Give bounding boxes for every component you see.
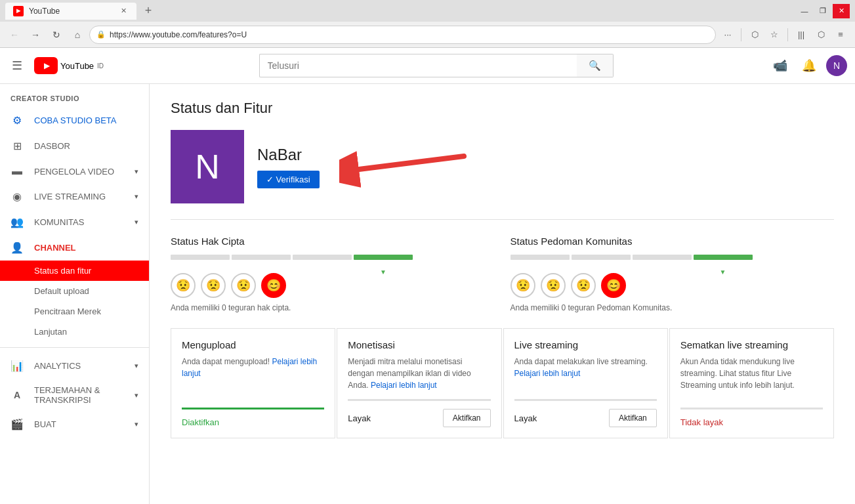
live-streaming-activate-button[interactable]: Aktifkan — [609, 409, 657, 427]
monetisasi-status: Layak — [348, 413, 371, 423]
browser-window: ▶ YouTube ✕ + — ❐ ✕ ← → ↻ ⌂ 🔒 https://ww… — [0, 0, 855, 504]
sidebar-item-label: BUAT — [34, 419, 124, 429]
sidebar-sub-pencitraan-merek[interactable]: Pencitraan Merek — [0, 301, 149, 322]
track-seg-3 — [293, 255, 352, 260]
status-hak-cipta: Status Hak Cipta ▼ — [171, 236, 495, 312]
sidebar-section-creator-studio: CREATOR STUDIO — [0, 84, 149, 108]
buat-arrow-icon: ▾ — [135, 420, 138, 429]
refresh-button[interactable]: ↻ — [47, 26, 66, 44]
sidebar-item-label: ANALYTICS — [34, 361, 124, 371]
tab-close-button[interactable]: ✕ — [118, 6, 129, 16]
face-sad-3: 😟 — [231, 273, 256, 298]
main-content: Status dan Fitur N NaBar ✓ Verifikasi — [150, 84, 855, 504]
sematkan-footer: Tidak layak — [680, 417, 823, 427]
pedoman-desc: Anda memiliki 0 teguran Pedoman Komunita… — [511, 303, 835, 312]
hak-cipta-title: Status Hak Cipta — [171, 236, 495, 247]
sidebar-item-coba-studio-beta[interactable]: ⚙ COBA STUDIO BETA — [0, 108, 149, 133]
hak-cipta-faces: 😟 😟 😟 😊 Anda memiliki 0 teguran hak cipt… — [171, 273, 495, 312]
yt-logo-country: ID — [97, 62, 104, 70]
terjemahan-arrow-icon: ▾ — [135, 391, 138, 400]
pedoman-face-happy: 😊 — [601, 273, 626, 298]
yt-logo-icon — [34, 57, 58, 74]
pedoman-faces: 😟 😟 😟 😊 Anda memiliki 0 teguran Pedoman … — [511, 273, 835, 312]
pengelola-arrow-icon: ▾ — [135, 167, 138, 176]
yt-logo[interactable]: YouTubeID — [34, 57, 104, 74]
track-seg-2 — [232, 255, 291, 260]
menu-button[interactable]: ≡ — [831, 26, 850, 44]
search-button[interactable]: 🔍 — [577, 54, 614, 77]
pedoman-face-1: 😟 — [511, 273, 535, 298]
monetisasi-footer: Layak Aktifkan — [348, 409, 490, 427]
bookmark-button[interactable]: ☆ — [765, 26, 783, 44]
hamburger-menu[interactable]: ☰ — [8, 54, 26, 77]
analytics-icon: 📊 — [10, 360, 24, 372]
sidebar-item-buat[interactable]: 🎬 BUAT ▾ — [0, 411, 149, 437]
monetisasi-activate-button[interactable]: Aktifkan — [443, 409, 491, 427]
home-button[interactable]: ⌂ — [68, 26, 87, 44]
pedoman-seg-2 — [572, 255, 631, 260]
tab-favicon-icon: ▶ — [13, 6, 24, 16]
pedoman-title: Status Pedoman Komunitas — [511, 236, 835, 247]
live-streaming-icon: ◉ — [10, 190, 24, 203]
lock-icon: 🔒 — [96, 30, 106, 39]
back-button[interactable]: ← — [5, 26, 24, 44]
sidebar-sub-lanjutan[interactable]: Lanjutan — [0, 322, 149, 342]
pedoman-seg-3 — [633, 255, 692, 260]
pocket-button[interactable]: ⬡ — [745, 26, 764, 44]
hak-cipta-bar: ▼ — [171, 255, 495, 260]
sidebar: CREATOR STUDIO ⚙ COBA STUDIO BETA ⊞ DASB… — [0, 84, 150, 504]
sidebar-item-label: PENGELOLA VIDEO — [34, 167, 124, 177]
live-streaming-status: Layak — [514, 413, 537, 423]
notifications-button[interactable]: 🔔 — [797, 54, 821, 77]
sidebar-item-terjemahan[interactable]: A TERJEMAHAN & TRANSKRIPSI ▾ — [0, 379, 149, 411]
sidebar-library-button[interactable]: ||| — [792, 26, 810, 44]
channel-info: NaBar ✓ Verifikasi — [257, 146, 320, 188]
sidebar-sub-default-upload[interactable]: Default upload — [0, 281, 149, 301]
sidebar-item-channel[interactable]: 👤 CHANNEL — [0, 235, 149, 261]
live-arrow-icon: ▾ — [135, 192, 138, 201]
sidebar-item-label: COBA STUDIO BETA — [34, 116, 138, 125]
search-area: 🔍 — [112, 54, 761, 77]
sidebar-item-pengelola-video[interactable]: ▬ PENGELOLA VIDEO ▾ — [0, 159, 149, 184]
yt-header: ☰ YouTubeID 🔍 📹 🔔 N — [0, 48, 855, 84]
synced-tabs-button[interactable]: ⬡ — [812, 26, 830, 44]
sidebar-item-live-streaming[interactable]: ◉ LIVE STREAMING ▾ — [0, 184, 149, 209]
url-text: https://www.youtube.com/features?o=U — [110, 30, 709, 39]
terjemahan-icon: A — [10, 390, 24, 400]
yt-logo-text: YouTube — [60, 61, 94, 71]
mengupload-footer: Diaktifkan — [182, 417, 324, 427]
sidebar-item-komunitas[interactable]: 👥 KOMUNITAS ▾ — [0, 209, 149, 235]
avatar[interactable]: N — [826, 55, 847, 76]
feature-title-monetisasi: Monetisasi — [348, 339, 490, 350]
restore-button[interactable]: ❐ — [814, 4, 831, 18]
face-sad-2: 😟 — [201, 273, 226, 298]
new-tab-button[interactable]: + — [139, 3, 157, 20]
track-seg-1 — [171, 255, 230, 260]
monetisasi-link[interactable]: Pelajari lebih lanjut — [371, 381, 437, 390]
sidebar-item-analytics[interactable]: 📊 ANALYTICS ▾ — [0, 353, 149, 379]
minimize-button[interactable]: — — [796, 4, 813, 18]
verify-button[interactable]: ✓ Verifikasi — [257, 171, 320, 188]
status-pedoman: Status Pedoman Komunitas ▼ — [511, 236, 835, 312]
search-input[interactable] — [259, 54, 577, 77]
sidebar-item-label: CHANNEL — [34, 243, 138, 253]
hak-cipta-desc: Anda memiliki 0 teguran hak cipta. — [171, 303, 495, 312]
main-layout: CREATOR STUDIO ⚙ COBA STUDIO BETA ⊞ DASB… — [0, 84, 855, 504]
face-sad-1: 😟 — [171, 273, 196, 298]
monetisasi-status-bar — [348, 399, 490, 401]
live-streaming-link[interactable]: Pelajari lebih lanjut — [514, 369, 581, 378]
upload-button[interactable]: 📹 — [768, 54, 792, 77]
pedoman-seg-active: ▼ — [694, 255, 753, 260]
browser-tab[interactable]: ▶ YouTube ✕ — [5, 3, 136, 20]
sidebar-item-dasbor[interactable]: ⊞ DASBOR — [0, 133, 149, 159]
close-button[interactable]: ✕ — [833, 4, 850, 18]
pedoman-face-2: 😟 — [541, 273, 566, 298]
hak-cipta-track: ▼ — [171, 255, 495, 260]
address-bar[interactable]: 🔒 https://www.youtube.com/features?o=U — [89, 26, 716, 44]
sidebar-sub-status-dan-fitur[interactable]: Status dan fitur — [0, 261, 149, 281]
feature-desc-live-streaming: Anda dapat melakukan live streaming. Pel… — [514, 356, 657, 391]
forward-button[interactable]: → — [26, 26, 45, 44]
sidebar-item-label: DASBOR — [34, 141, 138, 151]
more-button[interactable]: ··· — [719, 26, 737, 44]
channel-card: N NaBar ✓ Verifikasi — [171, 130, 834, 220]
